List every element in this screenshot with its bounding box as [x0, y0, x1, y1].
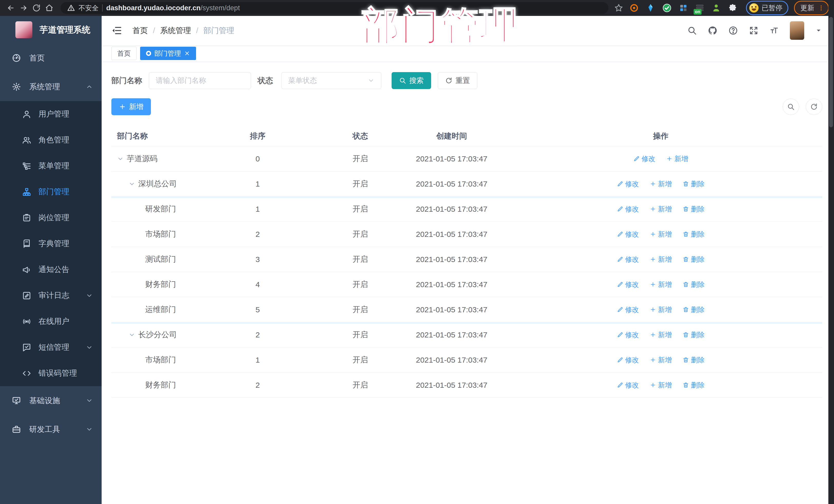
sidebar-collapse-icon[interactable]: [111, 25, 122, 36]
extension-check-icon[interactable]: [662, 3, 672, 13]
action-label: 新增: [658, 179, 672, 189]
scrollbar-thumb[interactable]: [829, 17, 833, 127]
font-size-icon[interactable]: [769, 26, 779, 36]
reload-icon[interactable]: [31, 2, 42, 14]
row-actions: 修改新增删除: [499, 305, 822, 314]
forward-icon[interactable]: [18, 2, 29, 14]
extension-person-icon[interactable]: [711, 3, 721, 13]
row-action-add[interactable]: 新增: [650, 255, 672, 264]
breadcrumb: 首页/系统管理/部门管理: [132, 25, 234, 36]
action-label: 新增: [658, 255, 672, 264]
expand-chevron-icon[interactable]: [129, 181, 135, 187]
sidebar-item-home[interactable]: 首页: [0, 44, 102, 72]
sidebar-item-notice[interactable]: 通知公告: [0, 257, 102, 283]
extension-grid-icon[interactable]: [679, 3, 688, 13]
expand-chevron-icon[interactable]: [117, 155, 124, 162]
add-button[interactable]: 新增: [111, 98, 151, 115]
extension-switch-icon[interactable]: on: [695, 3, 704, 13]
row-action-add[interactable]: 新增: [650, 204, 672, 214]
row-action-delete[interactable]: 删除: [683, 330, 705, 339]
extension-target-icon[interactable]: [630, 3, 639, 13]
sidebar-logo-row[interactable]: 芋道管理系统: [0, 16, 102, 44]
header-search-icon[interactable]: [687, 26, 697, 36]
trash-icon: [683, 357, 689, 363]
row-action-edit[interactable]: 修改: [617, 330, 639, 339]
help-icon[interactable]: [728, 26, 738, 36]
sidebar-item-audit[interactable]: 审计日志: [0, 283, 102, 308]
row-action-edit[interactable]: 修改: [617, 305, 639, 314]
page-scrollbar[interactable]: [828, 0, 834, 504]
row-action-add[interactable]: 新增: [650, 280, 672, 289]
sidebar-item-user[interactable]: 用户管理: [0, 101, 102, 127]
sidebar-item-dict[interactable]: 字典管理: [0, 231, 102, 257]
refresh-table-button[interactable]: [806, 98, 822, 115]
row-action-add[interactable]: 新增: [650, 355, 672, 365]
search-form: 部门名称 请输入部门名称 状态 菜单状态 搜索 重置: [111, 72, 822, 89]
extensions-puzzle-icon[interactable]: [728, 3, 737, 13]
github-icon[interactable]: [708, 26, 718, 36]
sidebar-item-infra[interactable]: 基础设施: [0, 386, 102, 415]
back-icon[interactable]: [5, 2, 17, 14]
row-action-delete[interactable]: 删除: [683, 355, 705, 365]
created-cell: 2021-01-05 17:03:47: [404, 154, 499, 163]
row-action-add[interactable]: 新增: [666, 154, 688, 163]
search-button[interactable]: 搜索: [392, 72, 431, 89]
browser-menu-icon[interactable]: [818, 5, 825, 11]
reset-button[interactable]: 重置: [438, 72, 477, 89]
sidebar-item-label: 审计日志: [39, 290, 69, 301]
dept-name-input[interactable]: 请输入部门名称: [149, 72, 251, 89]
row-action-delete[interactable]: 删除: [683, 179, 705, 189]
sidebar-item-devtool[interactable]: 研发工具: [0, 415, 102, 444]
row-action-delete[interactable]: 删除: [683, 380, 705, 390]
sidebar-item-label: 菜单管理: [39, 161, 69, 171]
row-action-delete[interactable]: 删除: [683, 230, 705, 239]
home-icon[interactable]: [44, 2, 55, 14]
plus-icon: [650, 332, 656, 338]
row-action-edit[interactable]: 修改: [617, 255, 639, 264]
row-action-delete[interactable]: 删除: [683, 255, 705, 264]
sidebar-item-sms[interactable]: 短信管理: [0, 334, 102, 360]
row-action-edit[interactable]: 修改: [617, 355, 639, 365]
tab-home[interactable]: 首页: [111, 47, 136, 60]
bookmark-star-icon[interactable]: [614, 3, 623, 13]
fullscreen-icon[interactable]: [749, 26, 759, 36]
row-action-add[interactable]: 新增: [650, 330, 672, 339]
row-action-add[interactable]: 新增: [650, 230, 672, 239]
sidebar-item-errcode[interactable]: 错误码管理: [0, 360, 102, 386]
profile-paused-badge[interactable]: 已暂停: [746, 1, 788, 15]
row-action-add[interactable]: 新增: [650, 380, 672, 390]
sidebar: 芋道管理系统 首页系统管理用户管理角色管理菜单管理部门管理岗位管理字典管理通知公…: [0, 16, 102, 504]
user-avatar[interactable]: [790, 21, 804, 40]
extension-kite-icon[interactable]: [646, 3, 655, 13]
toggle-search-button[interactable]: [783, 98, 799, 115]
tab-close-icon[interactable]: [184, 50, 190, 57]
action-label: 新增: [658, 305, 672, 314]
status-select[interactable]: 菜单状态: [281, 72, 381, 89]
row-action-edit[interactable]: 修改: [617, 230, 639, 239]
breadcrumb-item[interactable]: 首页: [132, 25, 148, 36]
row-action-edit[interactable]: 修改: [617, 179, 639, 189]
browser-update-button[interactable]: 更新: [794, 1, 829, 15]
row-action-edit[interactable]: 修改: [617, 380, 639, 390]
pencil-icon: [617, 256, 623, 263]
expand-chevron-icon[interactable]: [129, 332, 135, 338]
row-action-delete[interactable]: 删除: [683, 204, 705, 214]
row-action-delete[interactable]: 删除: [683, 280, 705, 289]
sidebar-item-online[interactable]: 在线用户: [0, 308, 102, 334]
dept-name-cell: 测试部门: [111, 254, 199, 265]
row-action-delete[interactable]: 删除: [683, 305, 705, 314]
row-action-edit[interactable]: 修改: [617, 204, 639, 214]
tab-dept[interactable]: 部门管理: [140, 47, 196, 60]
breadcrumb-item[interactable]: 系统管理: [160, 25, 191, 36]
sidebar-item-dept[interactable]: 部门管理: [0, 179, 102, 205]
sidebar-item-role[interactable]: 角色管理: [0, 127, 102, 153]
row-action-edit[interactable]: 修改: [617, 280, 639, 289]
row-action-add[interactable]: 新增: [650, 305, 672, 314]
row-action-add[interactable]: 新增: [650, 179, 672, 189]
sidebar-item-system[interactable]: 系统管理: [0, 72, 102, 101]
url-bar[interactable]: 不安全 dashboard.yudao.iocoder.cn/system/de…: [61, 2, 609, 14]
sidebar-item-menu[interactable]: 菜单管理: [0, 153, 102, 179]
row-action-edit[interactable]: 修改: [633, 154, 655, 163]
sidebar-item-post[interactable]: 岗位管理: [0, 205, 102, 231]
user-menu-caret-icon[interactable]: [815, 27, 822, 34]
